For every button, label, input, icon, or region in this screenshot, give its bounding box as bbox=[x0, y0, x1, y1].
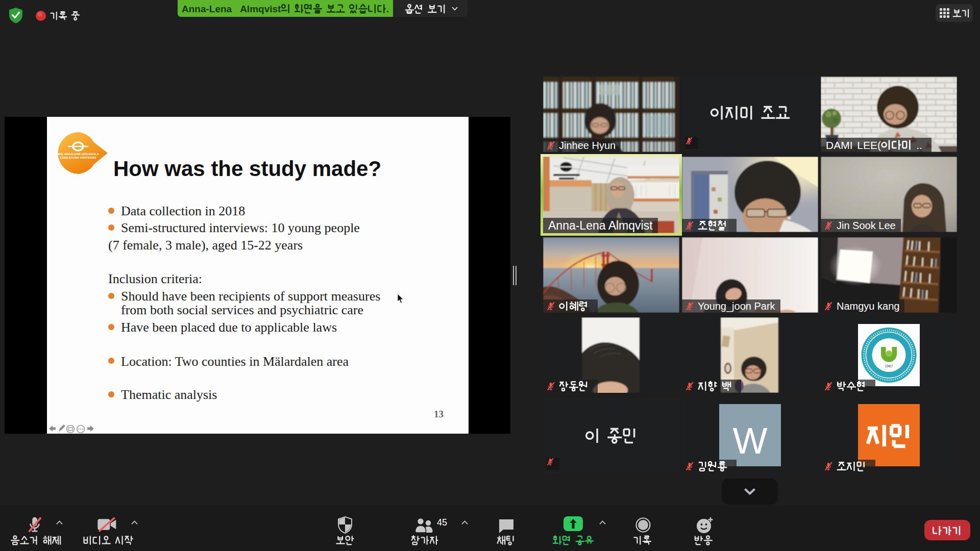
svg-text:ESKILSTUNA VÄSTERÅS: ESKILSTUNA VÄSTERÅS bbox=[60, 156, 96, 159]
svg-text:W: W bbox=[733, 420, 768, 461]
svg-text:Anna-Lena: Anna-Lena bbox=[182, 4, 232, 14]
svg-text:...: ... bbox=[916, 139, 923, 151]
svg-text:LEE(: LEE( bbox=[857, 139, 881, 151]
svg-text:1967: 1967 bbox=[885, 364, 893, 368]
svg-text:MÄLARDALENS HÖGSKOLA: MÄLARDALENS HÖGSKOLA bbox=[57, 153, 99, 156]
svg-text:Almqvist: Almqvist bbox=[240, 4, 281, 14]
svg-text:DAMI: DAMI bbox=[826, 139, 853, 151]
svg-text:.: . bbox=[386, 4, 389, 14]
